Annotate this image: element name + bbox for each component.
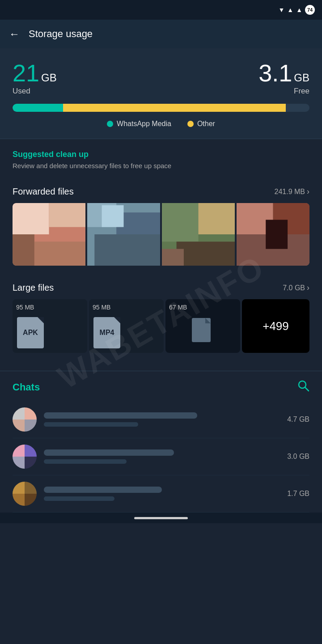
suggested-section: Suggested clean up Review and delete unn… <box>0 139 322 371</box>
file-size-mp4: 95 MB <box>93 304 110 311</box>
forwarded-files-size: 241.9 MB › <box>275 187 309 196</box>
svg-rect-11 <box>162 203 199 242</box>
forwarded-files-title: Forwarded files <box>13 186 74 197</box>
chats-header: Chats <box>13 371 309 401</box>
search-button[interactable] <box>297 379 309 395</box>
apk-file-icon: APK <box>16 314 45 348</box>
storage-numbers: 21 GB Used 3.1 GB Free <box>13 61 309 96</box>
svg-rect-30 <box>13 457 25 469</box>
chat-item-3[interactable]: 1.7 GB <box>13 475 309 513</box>
svg-rect-13 <box>177 242 235 266</box>
chat-name-bar-2 <box>44 449 174 456</box>
chat-item-1[interactable]: 4.7 GB <box>13 401 309 438</box>
svg-rect-3 <box>34 242 85 266</box>
large-files-chevron: › <box>307 283 309 292</box>
chat-avatar-1 <box>13 407 37 432</box>
large-files-grid: 95 MB APK 95 MB MP4 67 MB <box>13 299 309 353</box>
storage-summary: 21 GB Used 3.1 GB Free WhatsApp Medi <box>0 48 322 139</box>
used-number: 21 <box>13 61 39 85</box>
storage-used: 21 GB Used <box>13 61 57 96</box>
suggested-description: Review and delete unnecessary files to f… <box>13 162 309 169</box>
chat-size-1: 4.7 GB <box>287 415 309 424</box>
unknown-file-icon <box>192 318 214 345</box>
image-thumb-4[interactable] <box>237 203 309 266</box>
suggested-title: Suggested clean up <box>13 150 309 159</box>
image-thumb-3[interactable] <box>162 203 235 266</box>
storage-free: 3.1 GB Free <box>258 61 309 96</box>
progress-other <box>63 104 286 112</box>
svg-rect-9 <box>102 205 124 227</box>
image-thumb-2[interactable] <box>87 203 160 266</box>
file-size-3: 67 MB <box>169 304 187 311</box>
file-item-3[interactable]: 67 MB <box>165 299 240 353</box>
svg-rect-4 <box>49 203 86 227</box>
legend-other: Other <box>187 120 215 128</box>
large-files-header[interactable]: Large files 7.0 GB › <box>13 275 309 299</box>
chats-section: Chats 4.7 GB <box>0 371 322 513</box>
bottom-nav <box>0 513 322 523</box>
svg-rect-28 <box>13 445 25 457</box>
large-files-size: 7.0 GB › <box>283 283 309 292</box>
chat-sub-bar-2 <box>44 459 127 464</box>
file-more-button[interactable]: +499 <box>242 299 309 353</box>
chat-info-1 <box>44 412 280 427</box>
legend-whatsapp-label: WhatsApp Media <box>117 120 171 128</box>
signal-icon: ▲ <box>287 6 293 13</box>
chat-avatar-3 <box>13 482 37 506</box>
svg-rect-1 <box>13 203 49 234</box>
chat-info-2 <box>44 449 280 464</box>
svg-rect-12 <box>199 203 235 234</box>
status-bar: ▼ ▲ ▲ 74 <box>0 0 322 20</box>
chats-title: Chats <box>13 381 40 393</box>
svg-rect-14 <box>162 249 184 266</box>
svg-rect-24 <box>13 407 25 419</box>
chat-item-2[interactable]: 3.0 GB <box>13 438 309 475</box>
used-label: Used <box>13 87 57 96</box>
chat-sub-bar-3 <box>44 496 114 501</box>
chat-info-3 <box>44 487 280 501</box>
used-unit: GB <box>41 72 57 84</box>
free-number: 3.1 <box>258 61 292 85</box>
back-button[interactable]: ← <box>9 28 20 40</box>
forwarded-files-grid[interactable] <box>13 203 309 266</box>
battery-badge: 74 <box>305 5 315 15</box>
forwarded-files-header[interactable]: Forwarded files 241.9 MB › <box>13 178 309 203</box>
svg-rect-31 <box>25 457 37 469</box>
svg-rect-2 <box>13 234 34 266</box>
free-unit: GB <box>294 72 309 84</box>
svg-line-23 <box>305 387 309 391</box>
chat-avatar-2 <box>13 445 37 469</box>
image-thumb-1[interactable] <box>13 203 85 266</box>
legend-whatsapp: WhatsApp Media <box>107 120 171 128</box>
page-title: Storage usage <box>29 28 93 40</box>
file-item-mp4[interactable]: 95 MB MP4 <box>89 299 164 353</box>
file-item-apk[interactable]: 95 MB APK <box>13 299 87 353</box>
svg-rect-8 <box>94 234 160 266</box>
signal2-icon: ▲ <box>296 6 302 13</box>
top-bar: ← Storage usage <box>0 20 322 48</box>
chat-size-3: 1.7 GB <box>287 490 309 498</box>
legend-dot-other <box>187 121 194 127</box>
svg-rect-33 <box>25 482 37 494</box>
file-size-apk: 95 MB <box>16 304 34 311</box>
svg-rect-25 <box>25 407 37 419</box>
svg-rect-35 <box>25 494 37 506</box>
storage-legend: WhatsApp Media Other <box>13 120 309 128</box>
wifi-icon: ▼ <box>278 6 284 13</box>
svg-rect-32 <box>13 482 25 494</box>
svg-rect-29 <box>25 445 37 457</box>
svg-rect-34 <box>13 494 25 506</box>
forwarded-chevron: › <box>307 187 309 196</box>
svg-rect-19 <box>266 220 288 249</box>
chat-name-bar-3 <box>44 487 162 493</box>
legend-dot-whatsapp <box>107 121 113 127</box>
progress-whatsapp <box>13 104 63 112</box>
large-files-title: Large files <box>13 283 54 293</box>
home-indicator[interactable] <box>134 517 188 519</box>
storage-progress-bar <box>13 104 309 112</box>
chat-name-bar-1 <box>44 412 197 419</box>
free-label: Free <box>294 87 309 96</box>
chat-sub-bar-1 <box>44 422 138 427</box>
svg-rect-26 <box>13 419 25 432</box>
legend-other-label: Other <box>197 120 215 128</box>
